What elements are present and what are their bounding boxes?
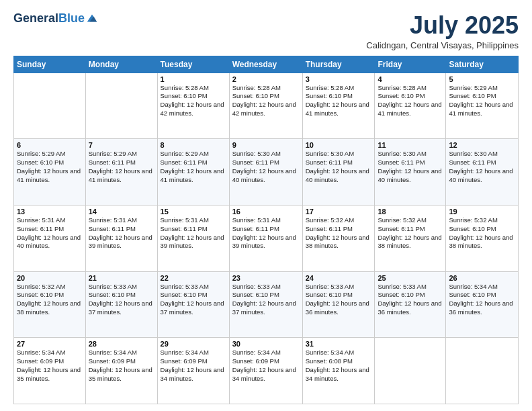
day-info: Sunrise: 5:29 AM Sunset: 6:11 PM Dayligh…	[161, 150, 226, 184]
calendar-week-row: 27Sunrise: 5:34 AM Sunset: 6:09 PM Dayli…	[14, 338, 519, 404]
calendar-cell: 29Sunrise: 5:34 AM Sunset: 6:09 PM Dayli…	[157, 338, 229, 404]
location: Calidngan, Central Visayas, Philippines	[366, 40, 519, 50]
day-number: 2	[232, 75, 300, 83]
calendar-cell: 12Sunrise: 5:30 AM Sunset: 6:11 PM Dayli…	[446, 139, 519, 205]
weekday-header: Tuesday	[157, 56, 229, 73]
day-info: Sunrise: 5:29 AM Sunset: 6:11 PM Dayligh…	[89, 150, 154, 184]
calendar-cell: 18Sunrise: 5:32 AM Sunset: 6:11 PM Dayli…	[375, 205, 446, 271]
calendar-cell	[446, 338, 519, 404]
day-info: Sunrise: 5:32 AM Sunset: 6:10 PM Dayligh…	[17, 283, 83, 317]
calendar-cell: 6Sunrise: 5:29 AM Sunset: 6:10 PM Daylig…	[14, 139, 86, 205]
calendar-week-row: 20Sunrise: 5:32 AM Sunset: 6:10 PM Dayli…	[14, 271, 519, 338]
calendar-cell: 13Sunrise: 5:31 AM Sunset: 6:11 PM Dayli…	[14, 205, 86, 271]
calendar-week-row: 13Sunrise: 5:31 AM Sunset: 6:11 PM Dayli…	[14, 205, 519, 271]
calendar-cell	[85, 73, 157, 139]
day-info: Sunrise: 5:31 AM Sunset: 6:11 PM Dayligh…	[17, 216, 83, 250]
day-info: Sunrise: 5:30 AM Sunset: 6:11 PM Dayligh…	[449, 150, 515, 184]
calendar-cell: 27Sunrise: 5:34 AM Sunset: 6:09 PM Dayli…	[14, 338, 86, 404]
calendar-cell: 21Sunrise: 5:33 AM Sunset: 6:10 PM Dayli…	[85, 271, 157, 338]
day-info: Sunrise: 5:32 AM Sunset: 6:11 PM Dayligh…	[306, 216, 372, 250]
calendar-table: SundayMondayTuesdayWednesdayThursdayFrid…	[13, 56, 519, 404]
day-number: 7	[89, 141, 154, 149]
day-info: Sunrise: 5:34 AM Sunset: 6:09 PM Dayligh…	[17, 349, 83, 383]
day-number: 10	[306, 141, 372, 149]
weekday-header: Monday	[85, 56, 157, 73]
day-info: Sunrise: 5:33 AM Sunset: 6:10 PM Dayligh…	[378, 283, 443, 317]
day-info: Sunrise: 5:29 AM Sunset: 6:10 PM Dayligh…	[449, 84, 515, 118]
day-number: 6	[17, 141, 83, 149]
day-number: 21	[89, 274, 154, 282]
day-info: Sunrise: 5:34 AM Sunset: 6:08 PM Dayligh…	[306, 349, 372, 383]
month-title: July 2025	[366, 12, 519, 39]
day-number: 17	[306, 208, 372, 216]
calendar-cell: 19Sunrise: 5:32 AM Sunset: 6:10 PM Dayli…	[446, 205, 519, 271]
calendar-cell: 24Sunrise: 5:33 AM Sunset: 6:10 PM Dayli…	[302, 271, 375, 338]
day-info: Sunrise: 5:31 AM Sunset: 6:11 PM Dayligh…	[89, 216, 154, 250]
logo-general: GeneralBlue	[13, 12, 85, 24]
day-info: Sunrise: 5:32 AM Sunset: 6:11 PM Dayligh…	[378, 216, 443, 250]
day-number: 9	[232, 141, 300, 149]
day-number: 15	[161, 208, 226, 216]
day-number: 28	[89, 340, 154, 348]
calendar-cell: 4Sunrise: 5:28 AM Sunset: 6:10 PM Daylig…	[375, 73, 446, 139]
day-number: 11	[378, 141, 443, 149]
day-number: 23	[232, 274, 300, 282]
day-number: 29	[161, 340, 226, 348]
day-number: 22	[161, 274, 226, 282]
weekday-header: Friday	[375, 56, 446, 73]
weekday-header: Wednesday	[229, 56, 302, 73]
day-number: 12	[449, 141, 515, 149]
day-number: 8	[161, 141, 226, 149]
calendar-cell: 26Sunrise: 5:34 AM Sunset: 6:10 PM Dayli…	[446, 271, 519, 338]
calendar-cell: 22Sunrise: 5:33 AM Sunset: 6:10 PM Dayli…	[157, 271, 229, 338]
day-number: 27	[17, 340, 83, 348]
calendar-cell: 30Sunrise: 5:34 AM Sunset: 6:09 PM Dayli…	[229, 338, 302, 404]
day-number: 19	[449, 208, 515, 216]
day-info: Sunrise: 5:30 AM Sunset: 6:11 PM Dayligh…	[232, 150, 300, 184]
day-number: 24	[306, 274, 372, 282]
day-info: Sunrise: 5:33 AM Sunset: 6:10 PM Dayligh…	[306, 283, 372, 317]
calendar-cell: 15Sunrise: 5:31 AM Sunset: 6:11 PM Dayli…	[157, 205, 229, 271]
calendar-cell: 2Sunrise: 5:28 AM Sunset: 6:10 PM Daylig…	[229, 73, 302, 139]
day-info: Sunrise: 5:28 AM Sunset: 6:10 PM Dayligh…	[161, 84, 226, 118]
day-info: Sunrise: 5:28 AM Sunset: 6:10 PM Dayligh…	[378, 84, 443, 118]
day-info: Sunrise: 5:31 AM Sunset: 6:11 PM Dayligh…	[161, 216, 226, 250]
calendar-page: GeneralBlue July 2025 Calidngan, Central…	[0, 0, 532, 411]
calendar-cell: 9Sunrise: 5:30 AM Sunset: 6:11 PM Daylig…	[229, 139, 302, 205]
day-number: 3	[306, 75, 372, 83]
calendar-cell: 20Sunrise: 5:32 AM Sunset: 6:10 PM Dayli…	[14, 271, 86, 338]
day-info: Sunrise: 5:30 AM Sunset: 6:11 PM Dayligh…	[306, 150, 372, 184]
calendar-cell: 1Sunrise: 5:28 AM Sunset: 6:10 PM Daylig…	[157, 73, 229, 139]
day-info: Sunrise: 5:29 AM Sunset: 6:10 PM Dayligh…	[17, 150, 83, 184]
weekday-header: Thursday	[302, 56, 375, 73]
day-info: Sunrise: 5:30 AM Sunset: 6:11 PM Dayligh…	[378, 150, 443, 184]
weekday-header-row: SundayMondayTuesdayWednesdayThursdayFrid…	[14, 56, 519, 73]
day-info: Sunrise: 5:28 AM Sunset: 6:10 PM Dayligh…	[306, 84, 372, 118]
day-number: 14	[89, 208, 154, 216]
calendar-cell: 23Sunrise: 5:33 AM Sunset: 6:10 PM Dayli…	[229, 271, 302, 338]
calendar-cell: 5Sunrise: 5:29 AM Sunset: 6:10 PM Daylig…	[446, 73, 519, 139]
calendar-cell: 14Sunrise: 5:31 AM Sunset: 6:11 PM Dayli…	[85, 205, 157, 271]
day-info: Sunrise: 5:31 AM Sunset: 6:11 PM Dayligh…	[232, 216, 300, 250]
calendar-week-row: 1Sunrise: 5:28 AM Sunset: 6:10 PM Daylig…	[14, 73, 519, 139]
calendar-cell: 17Sunrise: 5:32 AM Sunset: 6:11 PM Dayli…	[302, 205, 375, 271]
calendar-cell: 8Sunrise: 5:29 AM Sunset: 6:11 PM Daylig…	[157, 139, 229, 205]
calendar-cell: 10Sunrise: 5:30 AM Sunset: 6:11 PM Dayli…	[302, 139, 375, 205]
calendar-cell: 25Sunrise: 5:33 AM Sunset: 6:10 PM Dayli…	[375, 271, 446, 338]
calendar-cell: 16Sunrise: 5:31 AM Sunset: 6:11 PM Dayli…	[229, 205, 302, 271]
calendar-week-row: 6Sunrise: 5:29 AM Sunset: 6:10 PM Daylig…	[14, 139, 519, 205]
calendar-cell: 7Sunrise: 5:29 AM Sunset: 6:11 PM Daylig…	[85, 139, 157, 205]
day-number: 1	[161, 75, 226, 83]
header: GeneralBlue July 2025 Calidngan, Central…	[13, 12, 519, 50]
day-info: Sunrise: 5:33 AM Sunset: 6:10 PM Dayligh…	[89, 283, 154, 317]
day-info: Sunrise: 5:34 AM Sunset: 6:10 PM Dayligh…	[449, 283, 515, 317]
day-info: Sunrise: 5:28 AM Sunset: 6:10 PM Dayligh…	[232, 84, 300, 118]
day-info: Sunrise: 5:32 AM Sunset: 6:10 PM Dayligh…	[449, 216, 515, 250]
calendar-cell	[375, 338, 446, 404]
day-number: 18	[378, 208, 443, 216]
calendar-cell: 3Sunrise: 5:28 AM Sunset: 6:10 PM Daylig…	[302, 73, 375, 139]
calendar-cell: 28Sunrise: 5:34 AM Sunset: 6:09 PM Dayli…	[85, 338, 157, 404]
logo: GeneralBlue	[13, 12, 98, 24]
day-info: Sunrise: 5:34 AM Sunset: 6:09 PM Dayligh…	[161, 349, 226, 383]
logo-icon	[86, 12, 98, 24]
